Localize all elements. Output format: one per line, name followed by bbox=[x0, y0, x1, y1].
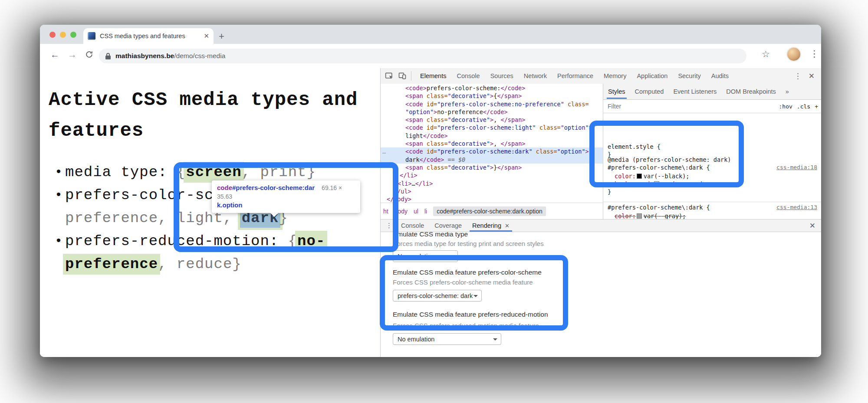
devtools-tab-memory[interactable]: Memory bbox=[598, 69, 631, 84]
expand-arrow-icon[interactable]: ▶ bbox=[394, 182, 396, 187]
close-window-button[interactable] bbox=[49, 32, 56, 38]
drawer-close-icon[interactable]: ✕ bbox=[809, 221, 821, 230]
styles-sidebar: StylesComputedEvent ListenersDOM Breakpo… bbox=[603, 84, 821, 219]
dom-tree-line[interactable]: <span class="decorative">}</span> bbox=[381, 164, 603, 171]
content-area: Active CSS media types and features •med… bbox=[40, 68, 821, 357]
page-text: } bbox=[232, 256, 241, 272]
styles-tab-dom-breakpoints[interactable]: DOM Breakpoints bbox=[721, 84, 780, 99]
active-media-value: preference bbox=[63, 254, 160, 275]
breadcrumb-item[interactable]: li bbox=[424, 208, 427, 215]
devtools-tab-performance[interactable]: Performance bbox=[552, 69, 598, 84]
forward-button[interactable]: → bbox=[68, 49, 77, 60]
browser-menu-icon[interactable]: ⋮ bbox=[810, 49, 819, 59]
devtools-tab-security[interactable]: Security bbox=[673, 69, 706, 84]
styles-toggle-[interactable]: + bbox=[815, 103, 818, 110]
tab-strip: CSS media types and features ✕ + bbox=[40, 25, 821, 44]
styles-tab-computed[interactable]: Computed bbox=[630, 84, 669, 99]
new-tab-button[interactable]: + bbox=[219, 31, 224, 42]
rendering-select-prefers-color-scheme[interactable]: prefers-color-scheme: dark bbox=[393, 290, 482, 301]
tooltip-selector: #prefers-color-scheme:dar bbox=[232, 184, 315, 191]
breadcrumb-item[interactable]: ul bbox=[414, 208, 418, 215]
dom-tree-line[interactable]: <code>prefers-color-scheme:</code> bbox=[381, 84, 603, 92]
element-style-selector: element.style { bbox=[608, 143, 817, 151]
dom-tree-line[interactable]: <span class="decorative">, </span> bbox=[381, 140, 603, 147]
styles-filter-input[interactable] bbox=[607, 102, 779, 110]
styles-toggle-hov[interactable]: :hov bbox=[779, 103, 792, 110]
elements-panel: <code>prefers-color-scheme:</code><span … bbox=[381, 84, 603, 219]
dom-tree-line[interactable]: light</code> bbox=[381, 132, 603, 140]
page-text: , bbox=[242, 164, 260, 180]
css-rule-source-link[interactable]: css-media:18 bbox=[608, 164, 817, 171]
rendering-select-prefers-reduced-motion[interactable]: No emulation bbox=[393, 333, 501, 345]
drawer-menu-icon[interactable]: ⋮ bbox=[381, 222, 396, 229]
traffic-lights bbox=[49, 32, 76, 38]
dom-tree-line[interactable]: </ul> bbox=[381, 187, 603, 195]
back-button[interactable]: ← bbox=[50, 49, 59, 60]
drawer-tab-close-icon[interactable]: ✕ bbox=[505, 223, 510, 229]
devtools-tab-console[interactable]: Console bbox=[451, 69, 485, 84]
dom-tree: <code>prefers-color-scheme:</code><span … bbox=[381, 84, 603, 203]
drawer-tab-console[interactable]: Console bbox=[396, 220, 429, 232]
rendering-section-title: Emulate CSS media feature prefers-reduce… bbox=[393, 311, 548, 318]
breadcrumb-item[interactable]: code#prefers-color-scheme:dark.option bbox=[433, 206, 546, 216]
css-declaration[interactable]: color:var(--black); bbox=[608, 172, 817, 180]
url-path: /demo/css-media bbox=[174, 52, 225, 60]
dom-tree-line[interactable]: "option">no-preference</code> bbox=[381, 108, 603, 116]
css-declaration[interactable]: color:var(--gray); bbox=[608, 212, 817, 219]
url-bar[interactable]: mathiasbynens.be/demo/css-media bbox=[99, 49, 746, 63]
dom-tree-line[interactable]: <code id="prefers-color-scheme:light" cl… bbox=[381, 124, 603, 131]
styles-tab-event-listeners[interactable]: Event Listeners bbox=[668, 84, 721, 99]
color-swatch-black[interactable] bbox=[637, 174, 642, 179]
drawer-tab-coverage[interactable]: Coverage bbox=[429, 220, 467, 232]
devtools-menu-icon[interactable]: ⋮ bbox=[792, 72, 804, 81]
devtools-tab-application[interactable]: Application bbox=[631, 69, 673, 84]
color-swatch-gray[interactable] bbox=[637, 213, 642, 219]
styles-tab--[interactable]: » bbox=[781, 84, 794, 99]
device-toolbar-icon[interactable] bbox=[398, 72, 407, 80]
dom-tree-line[interactable]: </li> bbox=[381, 171, 603, 179]
reload-button[interactable] bbox=[85, 50, 93, 59]
maximize-window-button[interactable] bbox=[70, 32, 76, 38]
tab-title: CSS media types and features bbox=[100, 33, 200, 39]
dom-tree-line[interactable]: <span class="decorative">{</span> bbox=[381, 92, 603, 100]
feature-list: •media type: {screen, print}•prefers-col… bbox=[40, 161, 380, 276]
devtools-tab-sources[interactable]: Sources bbox=[485, 69, 519, 84]
rendering-section-description: Forces media type for testing print and … bbox=[393, 240, 544, 247]
dom-tree-line[interactable]: </body> bbox=[381, 195, 603, 203]
browser-toolbar: ← → mathiasbynens.be/demo/css-media ☆ ⋮ bbox=[40, 44, 821, 69]
drawer-tab-rendering[interactable]: Rendering✕ bbox=[467, 220, 515, 232]
css-declaration[interactable]: background:var(--green); bbox=[608, 180, 817, 188]
dom-tree-line[interactable]: …<code id="prefers-color-scheme:dark" cl… bbox=[381, 147, 603, 155]
color-swatch-green[interactable] bbox=[654, 181, 659, 187]
styles-filter-bar: :hov.cls+ bbox=[603, 100, 821, 113]
styles-tab-styles[interactable]: Styles bbox=[603, 84, 630, 99]
tab-close-icon[interactable]: ✕ bbox=[204, 32, 209, 40]
css-rule-source-link[interactable]: css-media:13 bbox=[608, 203, 817, 211]
rendering-section-title: Emulate CSS media feature prefers-color-… bbox=[393, 269, 542, 276]
drawer-header: ⋮ ConsoleCoverageRendering✕ ✕ bbox=[381, 220, 821, 232]
profile-avatar[interactable] bbox=[787, 48, 800, 61]
dom-gutter-dots: … bbox=[382, 147, 386, 155]
styles-tabs: StylesComputedEvent ListenersDOM Breakpo… bbox=[603, 84, 821, 100]
bookmark-star-icon[interactable]: ☆ bbox=[762, 49, 770, 59]
styles-toggle-cls[interactable]: .cls bbox=[797, 103, 810, 110]
devtools-tab-network[interactable]: Network bbox=[519, 69, 552, 84]
breadcrumb-item[interactable]: body bbox=[395, 208, 408, 215]
devtools-close-icon[interactable]: ✕ bbox=[806, 72, 817, 81]
browser-tab[interactable]: CSS media types and features ✕ bbox=[83, 28, 214, 44]
inspect-element-icon[interactable] bbox=[385, 72, 394, 80]
tooltip-arrow bbox=[270, 213, 279, 217]
dom-tree-line[interactable]: ▶<li>…</li> bbox=[381, 180, 603, 187]
dom-tree-line[interactable]: <code id="prefers-color-scheme:no-prefer… bbox=[381, 100, 603, 108]
rendering-section-title: Emulate CSS media type bbox=[393, 232, 468, 238]
devtools-tab-elements[interactable]: Elements bbox=[415, 69, 451, 84]
breadcrumb-item[interactable]: ht bbox=[383, 208, 388, 215]
dom-tree-line[interactable]: <span class="decorative">, </span> bbox=[381, 116, 603, 124]
page-text: , bbox=[158, 256, 177, 272]
dom-tree-line[interactable]: dark</code> == $0 bbox=[381, 156, 603, 164]
minimize-window-button[interactable] bbox=[60, 32, 66, 38]
rendering-select-media-type[interactable]: No emulation bbox=[393, 250, 458, 262]
devtools-tab-audits[interactable]: Audits bbox=[706, 69, 734, 84]
tooltip-element-tag: code bbox=[217, 184, 232, 191]
rendering-section-description: Forces CSS prefers-reduced-motion media … bbox=[393, 322, 539, 329]
